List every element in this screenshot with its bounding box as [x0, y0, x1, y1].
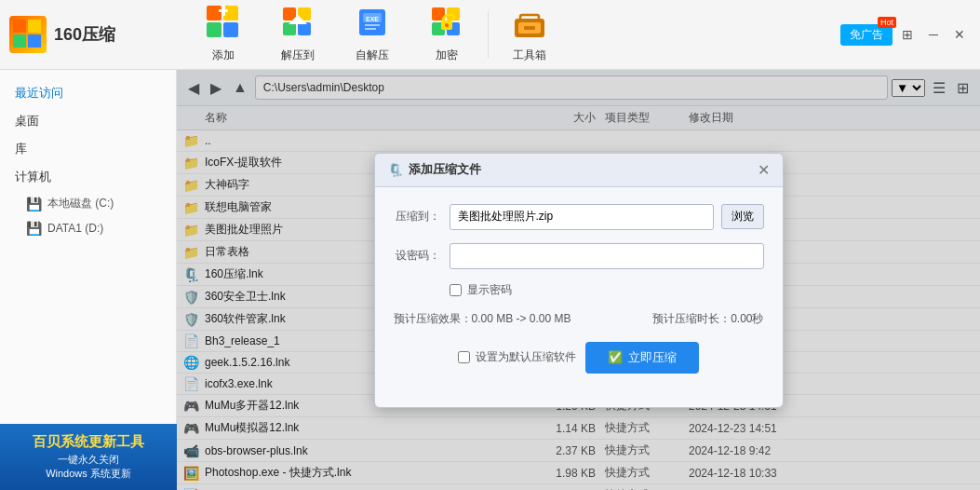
selfextract-label: 自解压 — [356, 48, 389, 63]
banner-sub2: Windows 系统更新 — [6, 467, 171, 481]
logo-area: 160压缩 — [9, 16, 186, 53]
logo-text: 160压缩 — [54, 23, 115, 46]
svg-rect-10 — [283, 7, 296, 20]
svg-rect-12 — [283, 22, 296, 35]
add-button[interactable]: 添加 — [186, 5, 261, 65]
sidebar-item-library[interactable]: 库 — [0, 135, 176, 163]
password-input[interactable] — [450, 243, 764, 269]
compress-effect-info: 预计压缩效果：0.00 MB -> 0.00 MB — [394, 311, 571, 327]
banner-title: 百贝系统更新工具 — [6, 433, 171, 451]
toolbar-right: Hot 免广告 ⊞ ─ ✕ — [840, 23, 971, 46]
sidebar-item-recent[interactable]: 最近访问 — [0, 79, 176, 107]
hot-badge: Hot — [878, 17, 896, 28]
banner-sub: 一键永久关闭 — [6, 453, 171, 467]
decompress-icon — [281, 6, 315, 46]
sidebar-item-desktop[interactable]: 桌面 — [0, 107, 176, 135]
grid-view-button[interactable]: ⊞ — [896, 23, 919, 46]
default-compress-label: 设置为默认压缩软件 — [476, 349, 576, 365]
add-icon — [207, 6, 240, 46]
svg-rect-29 — [524, 26, 535, 30]
minimize-button[interactable]: ─ — [922, 23, 945, 46]
add-label: 添加 — [212, 48, 235, 63]
toolbox-label: 工具箱 — [513, 48, 546, 63]
decompress-button[interactable]: 解压到 — [261, 5, 335, 65]
svg-rect-4 — [207, 6, 222, 20]
svg-rect-1 — [28, 20, 41, 33]
modal-title-icon: 🗜️ — [388, 163, 403, 177]
drive-c-icon: 💾 — [26, 197, 42, 211]
default-compress-checkbox[interactable] — [458, 351, 470, 363]
encrypt-icon — [430, 6, 463, 46]
sidebar: 最近访问 桌面 库 计算机 💾 本地磁盘 (C:) 💾 DATA1 (D:) 百… — [0, 70, 177, 490]
toolbar: 160压缩 添加 解压到 — [0, 0, 980, 70]
info-row: 预计压缩效果：0.00 MB -> 0.00 MB 预计压缩时长：0.00秒 — [394, 311, 764, 327]
svg-rect-9 — [222, 6, 225, 16]
compress-to-input[interactable] — [450, 204, 714, 230]
svg-point-25 — [445, 23, 449, 27]
svg-rect-0 — [13, 20, 26, 33]
sidebar-item-drive-c[interactable]: 💾 本地磁盘 (C:) — [0, 191, 176, 216]
default-compress-row: 设置为默认压缩软件 — [458, 349, 576, 365]
svg-text:EXE: EXE — [366, 16, 379, 22]
compress-to-label: 压缩到： — [394, 209, 450, 225]
svg-rect-18 — [365, 24, 380, 26]
svg-rect-5 — [223, 6, 238, 20]
password-label: 设密码： — [394, 248, 450, 264]
close-button[interactable]: ✕ — [948, 23, 971, 46]
selfextract-icon: EXE — [356, 6, 389, 46]
modal-close-button[interactable]: ✕ — [758, 161, 770, 179]
compress-to-row: 压缩到： 浏览 — [394, 204, 764, 230]
modal-header: 🗜️ 添加压缩文件 ✕ — [375, 154, 783, 187]
sidebar-item-computer[interactable]: 计算机 — [0, 163, 176, 191]
no-ad-button[interactable]: Hot 免广告 — [840, 24, 893, 46]
browse-button[interactable]: 浏览 — [721, 204, 764, 229]
toolbox-icon — [511, 6, 548, 46]
svg-rect-19 — [365, 28, 376, 30]
svg-rect-6 — [207, 22, 222, 37]
decompress-label: 解压到 — [281, 48, 315, 63]
main-area: 最近访问 桌面 库 计算机 💾 本地磁盘 (C:) 💾 DATA1 (D:) 百… — [0, 70, 980, 490]
compress-btn-icon: ✅ — [608, 350, 623, 364]
add-compress-modal: 🗜️ 添加压缩文件 ✕ 压缩到： 浏览 设密码： — [374, 153, 784, 408]
password-row: 设密码： — [394, 243, 764, 269]
show-password-checkbox[interactable] — [450, 284, 462, 296]
svg-rect-3 — [28, 34, 41, 48]
update-banner[interactable]: 百贝系统更新工具 一键永久关闭 Windows 系统更新 — [0, 424, 177, 490]
encrypt-button[interactable]: 加密 — [409, 5, 484, 65]
compress-time-info: 预计压缩时长：0.00秒 — [652, 311, 763, 327]
modal-overlay: 🗜️ 添加压缩文件 ✕ 压缩到： 浏览 设密码： — [177, 70, 980, 490]
svg-rect-13 — [298, 22, 311, 35]
compress-btn-label: 立即压缩 — [628, 349, 677, 366]
modal-footer: 设置为默认压缩软件 ✅ 立即压缩 — [394, 342, 764, 390]
show-password-row: 显示密码 — [394, 282, 764, 298]
toolbar-separator — [488, 11, 489, 58]
selfextract-button[interactable]: EXE 自解压 — [335, 5, 409, 65]
sidebar-item-drive-d[interactable]: 💾 DATA1 (D:) — [0, 216, 176, 240]
compress-now-button[interactable]: ✅ 立即压缩 — [585, 342, 699, 374]
svg-rect-7 — [223, 22, 238, 37]
svg-rect-2 — [13, 34, 26, 48]
file-browser: ◀ ▶ ▲ ▼ ☰ ⊞ 名称 大小 项目类型 修改日期 📁 .. 📁 IcoFX… — [177, 70, 980, 490]
show-password-label: 显示密码 — [467, 282, 512, 298]
modal-body: 压缩到： 浏览 设密码： 显示密码 预计压缩效果：0.00 MB -> 0.00… — [375, 187, 783, 407]
toolbox-button[interactable]: 工具箱 — [492, 5, 567, 65]
drive-d-icon: 💾 — [26, 221, 42, 236]
modal-title: 🗜️ 添加压缩文件 — [388, 161, 481, 178]
encrypt-label: 加密 — [436, 48, 458, 63]
logo-icon — [9, 16, 47, 53]
